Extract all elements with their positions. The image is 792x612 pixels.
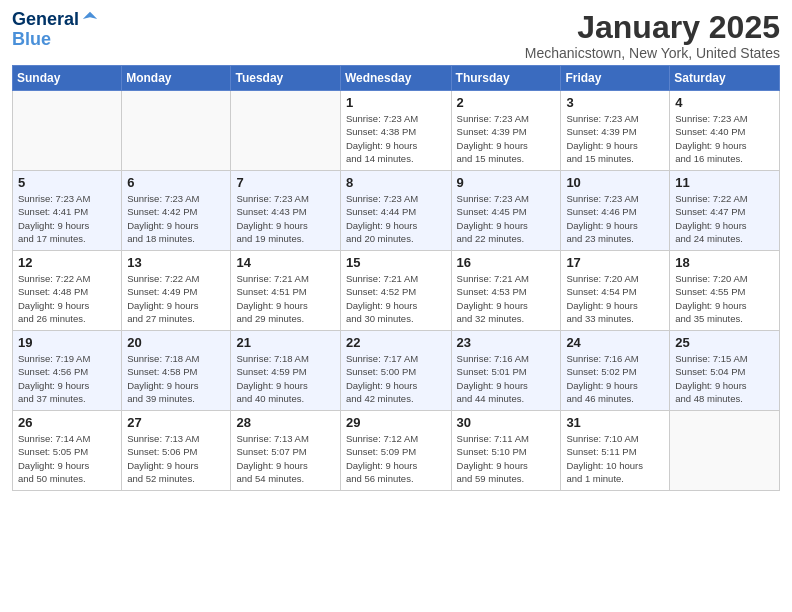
table-row: 16Sunrise: 7:21 AM Sunset: 4:53 PM Dayli… (451, 251, 561, 331)
day-number: 26 (18, 415, 116, 430)
header-sunday: Sunday (13, 66, 122, 91)
table-row: 24Sunrise: 7:16 AM Sunset: 5:02 PM Dayli… (561, 331, 670, 411)
day-number: 17 (566, 255, 664, 270)
day-number: 31 (566, 415, 664, 430)
calendar-week-row: 26Sunrise: 7:14 AM Sunset: 5:05 PM Dayli… (13, 411, 780, 491)
day-number: 16 (457, 255, 556, 270)
header-wednesday: Wednesday (340, 66, 451, 91)
table-row: 14Sunrise: 7:21 AM Sunset: 4:51 PM Dayli… (231, 251, 340, 331)
table-row: 28Sunrise: 7:13 AM Sunset: 5:07 PM Dayli… (231, 411, 340, 491)
logo-text-general: General (12, 10, 79, 30)
day-info: Sunrise: 7:23 AM Sunset: 4:42 PM Dayligh… (127, 192, 225, 245)
table-row: 9Sunrise: 7:23 AM Sunset: 4:45 PM Daylig… (451, 171, 561, 251)
day-number: 6 (127, 175, 225, 190)
svg-marker-0 (83, 12, 97, 19)
day-info: Sunrise: 7:10 AM Sunset: 5:11 PM Dayligh… (566, 432, 664, 485)
table-row (122, 91, 231, 171)
table-row: 4Sunrise: 7:23 AM Sunset: 4:40 PM Daylig… (670, 91, 780, 171)
table-row (670, 411, 780, 491)
day-info: Sunrise: 7:13 AM Sunset: 5:07 PM Dayligh… (236, 432, 334, 485)
day-info: Sunrise: 7:19 AM Sunset: 4:56 PM Dayligh… (18, 352, 116, 405)
day-number: 7 (236, 175, 334, 190)
table-row: 6Sunrise: 7:23 AM Sunset: 4:42 PM Daylig… (122, 171, 231, 251)
day-number: 10 (566, 175, 664, 190)
day-number: 5 (18, 175, 116, 190)
day-number: 27 (127, 415, 225, 430)
table-row: 8Sunrise: 7:23 AM Sunset: 4:44 PM Daylig… (340, 171, 451, 251)
day-number: 25 (675, 335, 774, 350)
calendar-week-row: 1Sunrise: 7:23 AM Sunset: 4:38 PM Daylig… (13, 91, 780, 171)
table-row: 1Sunrise: 7:23 AM Sunset: 4:38 PM Daylig… (340, 91, 451, 171)
day-info: Sunrise: 7:15 AM Sunset: 5:04 PM Dayligh… (675, 352, 774, 405)
day-info: Sunrise: 7:23 AM Sunset: 4:39 PM Dayligh… (566, 112, 664, 165)
day-info: Sunrise: 7:23 AM Sunset: 4:44 PM Dayligh… (346, 192, 446, 245)
day-number: 23 (457, 335, 556, 350)
table-row: 25Sunrise: 7:15 AM Sunset: 5:04 PM Dayli… (670, 331, 780, 411)
day-info: Sunrise: 7:23 AM Sunset: 4:45 PM Dayligh… (457, 192, 556, 245)
month-title: January 2025 (525, 10, 780, 45)
day-info: Sunrise: 7:11 AM Sunset: 5:10 PM Dayligh… (457, 432, 556, 485)
table-row: 26Sunrise: 7:14 AM Sunset: 5:05 PM Dayli… (13, 411, 122, 491)
day-number: 15 (346, 255, 446, 270)
header-monday: Monday (122, 66, 231, 91)
table-row: 23Sunrise: 7:16 AM Sunset: 5:01 PM Dayli… (451, 331, 561, 411)
day-info: Sunrise: 7:12 AM Sunset: 5:09 PM Dayligh… (346, 432, 446, 485)
table-row: 29Sunrise: 7:12 AM Sunset: 5:09 PM Dayli… (340, 411, 451, 491)
location: Mechanicstown, New York, United States (525, 45, 780, 61)
page-container: General Blue January 2025 Mechanicstown,… (0, 0, 792, 499)
day-number: 11 (675, 175, 774, 190)
day-number: 9 (457, 175, 556, 190)
header-friday: Friday (561, 66, 670, 91)
header-saturday: Saturday (670, 66, 780, 91)
table-row: 2Sunrise: 7:23 AM Sunset: 4:39 PM Daylig… (451, 91, 561, 171)
day-info: Sunrise: 7:20 AM Sunset: 4:55 PM Dayligh… (675, 272, 774, 325)
table-row: 18Sunrise: 7:20 AM Sunset: 4:55 PM Dayli… (670, 251, 780, 331)
day-info: Sunrise: 7:18 AM Sunset: 4:59 PM Dayligh… (236, 352, 334, 405)
day-number: 12 (18, 255, 116, 270)
day-number: 8 (346, 175, 446, 190)
table-row (13, 91, 122, 171)
day-number: 4 (675, 95, 774, 110)
calendar-week-row: 19Sunrise: 7:19 AM Sunset: 4:56 PM Dayli… (13, 331, 780, 411)
day-info: Sunrise: 7:23 AM Sunset: 4:39 PM Dayligh… (457, 112, 556, 165)
table-row: 7Sunrise: 7:23 AM Sunset: 4:43 PM Daylig… (231, 171, 340, 251)
table-row: 20Sunrise: 7:18 AM Sunset: 4:58 PM Dayli… (122, 331, 231, 411)
day-info: Sunrise: 7:16 AM Sunset: 5:01 PM Dayligh… (457, 352, 556, 405)
table-row: 11Sunrise: 7:22 AM Sunset: 4:47 PM Dayli… (670, 171, 780, 251)
day-number: 29 (346, 415, 446, 430)
day-number: 1 (346, 95, 446, 110)
day-info: Sunrise: 7:14 AM Sunset: 5:05 PM Dayligh… (18, 432, 116, 485)
day-info: Sunrise: 7:20 AM Sunset: 4:54 PM Dayligh… (566, 272, 664, 325)
day-number: 2 (457, 95, 556, 110)
day-number: 14 (236, 255, 334, 270)
day-number: 22 (346, 335, 446, 350)
day-info: Sunrise: 7:13 AM Sunset: 5:06 PM Dayligh… (127, 432, 225, 485)
table-row: 10Sunrise: 7:23 AM Sunset: 4:46 PM Dayli… (561, 171, 670, 251)
day-info: Sunrise: 7:23 AM Sunset: 4:41 PM Dayligh… (18, 192, 116, 245)
table-row: 22Sunrise: 7:17 AM Sunset: 5:00 PM Dayli… (340, 331, 451, 411)
header-tuesday: Tuesday (231, 66, 340, 91)
day-info: Sunrise: 7:22 AM Sunset: 4:49 PM Dayligh… (127, 272, 225, 325)
table-row: 12Sunrise: 7:22 AM Sunset: 4:48 PM Dayli… (13, 251, 122, 331)
calendar-week-row: 12Sunrise: 7:22 AM Sunset: 4:48 PM Dayli… (13, 251, 780, 331)
day-number: 21 (236, 335, 334, 350)
day-info: Sunrise: 7:16 AM Sunset: 5:02 PM Dayligh… (566, 352, 664, 405)
day-info: Sunrise: 7:23 AM Sunset: 4:38 PM Dayligh… (346, 112, 446, 165)
table-row: 13Sunrise: 7:22 AM Sunset: 4:49 PM Dayli… (122, 251, 231, 331)
day-info: Sunrise: 7:23 AM Sunset: 4:46 PM Dayligh… (566, 192, 664, 245)
header: General Blue January 2025 Mechanicstown,… (12, 10, 780, 61)
day-info: Sunrise: 7:23 AM Sunset: 4:43 PM Dayligh… (236, 192, 334, 245)
header-thursday: Thursday (451, 66, 561, 91)
logo-icon (81, 10, 99, 28)
table-row: 5Sunrise: 7:23 AM Sunset: 4:41 PM Daylig… (13, 171, 122, 251)
table-row: 27Sunrise: 7:13 AM Sunset: 5:06 PM Dayli… (122, 411, 231, 491)
calendar-table: Sunday Monday Tuesday Wednesday Thursday… (12, 65, 780, 491)
table-row: 15Sunrise: 7:21 AM Sunset: 4:52 PM Dayli… (340, 251, 451, 331)
table-row: 30Sunrise: 7:11 AM Sunset: 5:10 PM Dayli… (451, 411, 561, 491)
table-row: 17Sunrise: 7:20 AM Sunset: 4:54 PM Dayli… (561, 251, 670, 331)
day-info: Sunrise: 7:22 AM Sunset: 4:47 PM Dayligh… (675, 192, 774, 245)
day-number: 18 (675, 255, 774, 270)
day-number: 30 (457, 415, 556, 430)
day-info: Sunrise: 7:22 AM Sunset: 4:48 PM Dayligh… (18, 272, 116, 325)
day-number: 19 (18, 335, 116, 350)
